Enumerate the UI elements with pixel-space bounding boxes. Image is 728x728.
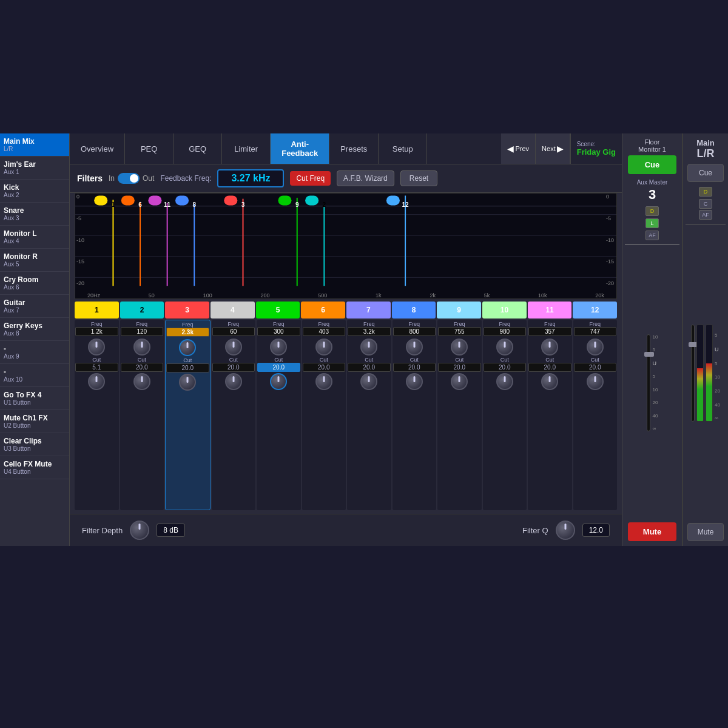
mains-mute-button[interactable]: Mute (687, 523, 724, 541)
filter-num-7[interactable]: 7 (346, 302, 391, 318)
toggle-pill[interactable] (118, 173, 140, 184)
cut-freq-button[interactable]: Cut Freq (290, 171, 331, 186)
filter-num-2[interactable]: 2 (120, 302, 164, 318)
sidebar-item--[interactable]: -Aux 9 (0, 341, 69, 364)
cut-knob-5[interactable] (270, 373, 287, 390)
mains-cue-button[interactable]: Cue (687, 164, 724, 182)
sidebar-item-main-mix[interactable]: Main MixL/R (0, 133, 69, 157)
mains-af-btn[interactable]: AF (699, 210, 712, 220)
prev-label: Prev (515, 145, 529, 152)
filter-num-5[interactable]: 5 (256, 302, 300, 318)
freq-knob-5[interactable] (270, 339, 287, 356)
afb-wizard-button[interactable]: A.F.B. Wizard (337, 170, 394, 186)
freq-knob-1[interactable] (88, 339, 105, 356)
next-arrow-icon: ▶ (557, 144, 564, 153)
sidebar-item-go-to-fx-4[interactable]: Go To FX 4U1 Button (0, 387, 69, 410)
cut-knob-10[interactable] (496, 373, 513, 390)
meter-fill-right (706, 363, 712, 421)
svg-rect-15 (175, 195, 189, 205)
filter-num-6[interactable]: 6 (301, 302, 345, 318)
tab-anti--feedback[interactable]: Anti-Feedback (271, 133, 329, 164)
cut-knob-4[interactable] (225, 373, 242, 390)
reset-button[interactable]: Reset (400, 170, 437, 186)
sidebar-item-cello-fx-mute[interactable]: Cello FX MuteU4 Button (0, 456, 69, 479)
cut-knob-8[interactable] (406, 373, 423, 390)
monitor-mute-button[interactable]: Mute (628, 522, 676, 541)
cut-knob-9[interactable] (451, 373, 468, 390)
tab-presets[interactable]: Presets (329, 133, 379, 164)
svg-rect-21 (278, 195, 292, 205)
mains-fader[interactable] (691, 325, 695, 422)
aux-master-num: 3 (649, 187, 656, 203)
freq-knob-8[interactable] (406, 339, 423, 356)
filter-num-10[interactable]: 10 (482, 302, 527, 318)
freq-knob-6[interactable] (315, 339, 332, 356)
sidebar-item-mute-ch1-fx[interactable]: Mute Ch1 FXU2 Button (0, 410, 69, 433)
sidebar-item-gerry-keys[interactable]: Gerry KeysAux 8 (0, 318, 69, 341)
sidebar-item-monitor-r[interactable]: Monitor RAux 5 (0, 249, 69, 272)
next-button[interactable]: Next ▶ (536, 133, 570, 164)
freq-knob-10[interactable] (496, 339, 513, 356)
filter-q-knob[interactable] (556, 521, 575, 540)
mains-scale: 5 U 5 10 20 40 ∞ (715, 325, 720, 422)
filters-label: Filters (77, 174, 103, 183)
freq-knob-12[interactable] (587, 339, 604, 356)
in-out-toggle[interactable]: In Out (109, 173, 154, 184)
tab-peq[interactable]: PEQ (125, 133, 174, 164)
monitor-fader[interactable] (647, 334, 650, 431)
tab-geq[interactable]: GEQ (174, 133, 222, 164)
freq-knob-9[interactable] (451, 339, 468, 356)
monitor-cue-button[interactable]: Cue (628, 155, 676, 174)
sidebar-item-guitar[interactable]: GuitarAux 7 (0, 295, 69, 318)
cut-knob-11[interactable] (541, 373, 558, 390)
cut-knob-2[interactable] (133, 373, 150, 390)
meter-fill-left (697, 368, 703, 421)
filter-num-3[interactable]: 3 (165, 302, 209, 318)
prev-button[interactable]: ◀ Prev (501, 133, 536, 164)
sidebar-item--[interactable]: -Aux 10 (0, 364, 69, 387)
freq-knob-11[interactable] (541, 339, 558, 356)
mains-dcaf-group: D C AF (699, 187, 712, 221)
filter-num-1[interactable]: 1 (75, 302, 119, 318)
sidebar-item-jim's-ear[interactable]: Jim's EarAux 1 (0, 157, 69, 180)
cut-knob-3[interactable] (179, 374, 196, 391)
filter-num-12[interactable]: 12 (573, 302, 617, 318)
l-button[interactable]: L (645, 218, 659, 228)
freq-knob-3[interactable] (179, 339, 196, 356)
freq-knob-7[interactable] (360, 339, 377, 356)
meter-bar-left (696, 325, 704, 422)
freq-axis: 20Hz 50 100 200 500 1k 2k 5k 10k 20k (87, 292, 604, 298)
tab-setup[interactable]: Setup (379, 133, 427, 164)
top-spacer (0, 0, 728, 133)
freq-knob-4[interactable] (225, 339, 242, 356)
filter-controls-row: Freq1.2kCut5.1Freq120Cut20.0Freq2.3kCut2… (75, 320, 617, 510)
cut-knob-7[interactable] (360, 373, 377, 390)
af-button[interactable]: AF (645, 231, 659, 240)
tab-limiter[interactable]: Limiter (222, 133, 271, 164)
filter-q-value: 12.0 (582, 524, 610, 537)
prev-arrow-icon: ◀ (507, 144, 514, 153)
sidebar-item-monitor-l[interactable]: Monitor LAux 4 (0, 226, 69, 249)
tab-overview[interactable]: Overview (70, 133, 125, 164)
filter-depth-knob[interactable] (130, 521, 149, 540)
svg-rect-24 (305, 195, 318, 205)
mains-d-btn[interactable]: D (699, 187, 712, 197)
d-button[interactable]: D (645, 206, 659, 216)
cut-knob-1[interactable] (88, 373, 105, 390)
sidebar-item-clear-clips[interactable]: Clear ClipsU3 Button (0, 433, 69, 456)
cut-knob-12[interactable] (587, 373, 604, 390)
sidebar-item-snare[interactable]: SnareAux 3 (0, 203, 69, 226)
meter-bar-right (706, 325, 713, 422)
filter-channel-3: Freq2.3kCut20.0 (165, 320, 211, 510)
dlaf-group: D L AF (645, 206, 659, 241)
filter-num-11[interactable]: 11 (528, 302, 572, 318)
freq-knob-2[interactable] (133, 339, 150, 356)
filter-num-8[interactable]: 8 (392, 302, 436, 318)
sidebar-item-cry-room[interactable]: Cry RoomAux 6 (0, 272, 69, 295)
sidebar-item-kick[interactable]: KickAux 2 (0, 180, 69, 203)
mains-c-btn[interactable]: C (699, 199, 712, 209)
cut-knob-6[interactable] (315, 373, 332, 390)
filter-num-4[interactable]: 4 (211, 302, 255, 318)
svg-text:3: 3 (241, 201, 245, 208)
filter-num-9[interactable]: 9 (437, 302, 481, 318)
